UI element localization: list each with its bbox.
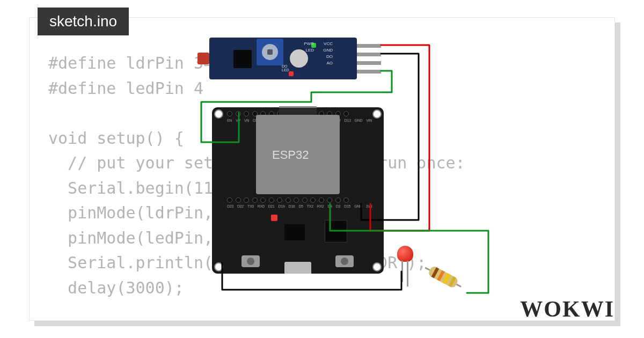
ldr-module[interactable]: PWR LED DO LED VCC GND DO AO: [209, 38, 357, 79]
ldr-aux-labels: PWR LED: [304, 41, 314, 54]
resistor-body: [428, 265, 459, 289]
esp32-usb-chip: [325, 220, 347, 243]
ldr-pins: [357, 44, 381, 78]
esp32-board[interactable]: ENVPVND34D35D32D33D25D26D27D14D12D13GNDV…: [212, 107, 384, 274]
ldr-photoresistor: [197, 53, 209, 64]
ldr-do-led-icon: [289, 71, 294, 76]
file-tab[interactable]: sketch.ino: [38, 8, 129, 35]
circuit-diagram[interactable]: PWR LED DO LED VCC GND DO AO ENVPVND34D3…: [188, 38, 499, 306]
red-led-component[interactable]: [397, 246, 413, 262]
esp32-micro-usb: [284, 262, 311, 274]
ldr-potentiometer[interactable]: [257, 39, 283, 65]
file-tab-label: sketch.ino: [49, 13, 117, 30]
wokwi-logo: WOKWI: [520, 296, 614, 322]
esp32-power-led-icon: [271, 215, 277, 221]
esp32-boot-button[interactable]: [335, 255, 354, 267]
led-anode: [407, 261, 408, 286]
mounting-hole: [372, 262, 382, 271]
esp32-regulator: [284, 224, 305, 240]
esp32-en-button[interactable]: [241, 255, 260, 267]
resistor-component[interactable]: [423, 263, 462, 292]
esp32-pins-bottom: [227, 197, 349, 203]
esp32-pinlabels-bottom: D23D22TX0RX0D21D19D18D5TX2RX2D4D2D15GND3…: [227, 204, 372, 208]
led-cathode: [401, 261, 403, 282]
ldr-pin-labels: VCC GND DO AO: [323, 41, 333, 67]
led-bulb-icon: [397, 246, 413, 262]
resistor-band: [448, 276, 456, 287]
ldr-comparator-chip: [233, 50, 252, 68]
esp32-chip-label: ESP32: [272, 148, 309, 162]
mounting-hole: [214, 262, 223, 271]
ldr-led-labels: DO LED: [282, 64, 289, 72]
mounting-hole: [214, 109, 223, 119]
mounting-hole: [372, 109, 382, 119]
